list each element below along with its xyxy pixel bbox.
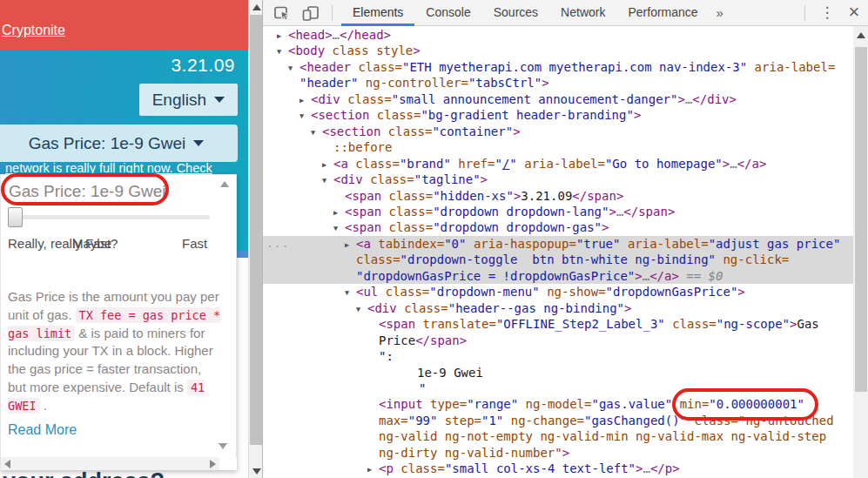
- dom-tree-line[interactable]: class="dropdown-toggle btn btn-white ng-…: [263, 252, 853, 267]
- read-more-link[interactable]: Read More: [8, 422, 77, 438]
- collapse-arrow-icon[interactable]: ▼: [288, 60, 299, 77]
- language-dropdown-button[interactable]: English: [139, 84, 238, 116]
- scrollbar-thumb[interactable]: [855, 47, 867, 392]
- token-attr: class=: [356, 252, 400, 266]
- dom-tree-line[interactable]: ng-valid ng-not-empty ng-valid-min ng-va…: [263, 428, 853, 444]
- overflow-dots-icon[interactable]: ...: [266, 236, 289, 252]
- collapse-arrow-icon[interactable]: ▼: [322, 172, 333, 189]
- dom-tree-line[interactable]: ▶<p class="small col-xs-4 text-left">…</…: [263, 461, 853, 476]
- token-val: "true": [576, 237, 621, 251]
- dom-tree-line[interactable]: ▼<section class="container">: [263, 124, 853, 139]
- token-val: "Go to homepage": [605, 157, 723, 171]
- gas-price-slider[interactable]: [8, 215, 210, 219]
- devtools-menu-icon[interactable]: ⋮: [818, 1, 837, 25]
- inspect-element-icon[interactable]: [273, 4, 293, 22]
- tab-performance[interactable]: Performance: [616, 0, 709, 26]
- device-toolbar-icon[interactable]: [301, 4, 320, 22]
- dom-tree-line[interactable]: ":: [263, 348, 853, 364]
- tab-elements[interactable]: Elements: [341, 0, 414, 26]
- token-tag: <section: [311, 108, 377, 122]
- caret-down-icon: [193, 140, 204, 146]
- more-tabs-icon[interactable]: »: [710, 0, 730, 26]
- dom-tree-line[interactable]: ▶<div class="small announcement annoucem…: [263, 91, 853, 107]
- scrollbar-down-icon[interactable]: [252, 468, 261, 475]
- dom-tree-line[interactable]: ▶<a class="brand" href="/" aria-label="G…: [263, 156, 853, 172]
- devtools-tabs: Elements Console Sources Network Perform…: [341, 0, 730, 26]
- dom-tree-line[interactable]: <span translate="OFFLINE_Step2_Label_3" …: [263, 316, 853, 332]
- scrollbar-up-icon[interactable]: [252, 4, 261, 10]
- token-val: "dropdownGasPrice": [606, 285, 738, 299]
- token-val: "1": [481, 414, 503, 428]
- slider-thumb[interactable]: [8, 207, 23, 227]
- gas-price-dropdown-button[interactable]: Gas Price: 1e-9 Gwei: [0, 125, 238, 162]
- token-tag: </span>: [623, 205, 675, 219]
- expand-arrow-icon[interactable]: ▶: [367, 461, 379, 478]
- panel-scroll-down-icon[interactable]: [219, 443, 227, 449]
- expand-arrow-icon[interactable]: ▶: [277, 28, 288, 44]
- dom-tree-line[interactable]: <span class="hidden-xs">3.21.09</span>: [263, 188, 853, 204]
- expand-arrow-icon[interactable]: ▶: [322, 157, 333, 173]
- tab-sources[interactable]: Sources: [482, 0, 549, 26]
- slider-label-max: Fast: [182, 236, 207, 251]
- token-attr: class=: [389, 205, 434, 219]
- dom-tree-line[interactable]: ...▶<a tabindex="0" aria-haspopup="true"…: [263, 236, 853, 252]
- dom-tree-line[interactable]: ng-dirty ng-valid-number">: [263, 445, 853, 461]
- expand-arrow-icon[interactable]: ▶: [333, 205, 345, 221]
- dom-tree-line[interactable]: "dropdownGasPrice = !dropdownGasPrice">……: [263, 268, 853, 284]
- dom-tree-line[interactable]: ▼<div class="tagline">: [263, 172, 853, 187]
- token-attr: class=: [355, 157, 400, 171]
- dom-tree-line[interactable]: ▼<ul class="dropdown-menu" ng-show="drop…: [263, 284, 853, 300]
- dom-tree-line[interactable]: Price</span>: [263, 333, 853, 348]
- token-tag: <p: [379, 461, 400, 475]
- token-tag: <ul: [356, 285, 386, 299]
- announcement-link[interactable]: network is really full right now. Check: [5, 161, 248, 175]
- dom-tree-line[interactable]: "header" ng-controller="tabsCtrl">: [263, 75, 853, 91]
- dom-tree-line[interactable]: ▼<div class="header--gas ng-binding">: [263, 300, 853, 316]
- dom-tree-line[interactable]: ::before: [263, 139, 853, 155]
- collapse-arrow-icon[interactable]: ▼: [311, 125, 322, 141]
- collapse-arrow-icon[interactable]: ▼: [345, 285, 356, 301]
- collapse-arrow-icon[interactable]: ▼: [333, 220, 345, 237]
- dom-tree-line[interactable]: ▼<body class style>: [263, 43, 853, 58]
- tab-console[interactable]: Console: [414, 0, 481, 26]
- devtools-scrollbar[interactable]: [853, 26, 868, 478]
- token-attr: max=: [379, 414, 408, 428]
- token-tag: >: [790, 317, 797, 331]
- brand-link[interactable]: Cryptonite: [2, 23, 65, 38]
- dom-tree-line[interactable]: <input type="range" ng-model="gas.value"…: [263, 396, 853, 412]
- expand-arrow-icon[interactable]: ▶: [299, 92, 311, 109]
- collapse-arrow-icon[interactable]: ▼: [277, 44, 288, 60]
- token-attr: class=: [389, 189, 434, 203]
- description-text: .: [40, 398, 47, 413]
- panel-horizontal-scrollbar[interactable]: [1, 457, 219, 470]
- tab-network[interactable]: Network: [549, 0, 616, 26]
- devtools-close-icon[interactable]: ×: [843, 0, 865, 25]
- dom-tree-line[interactable]: ": [263, 380, 853, 396]
- panel-scroll-up-icon[interactable]: [220, 181, 229, 187]
- screenshot-root: Cryptonite 3.21.09 English Gas Price: 1e…: [0, 0, 868, 478]
- token-val: "ng-scope": [717, 317, 790, 331]
- scroll-left-icon[interactable]: [4, 460, 10, 468]
- dom-tree-line[interactable]: ▼<span class="dropdown dropdown-gas">: [263, 219, 853, 235]
- dom-tree-line[interactable]: ▼<header class="ETH myetherapi.com myeth…: [263, 59, 853, 75]
- expand-arrow-icon[interactable]: ▶: [345, 237, 356, 253]
- scrollbar-up-icon[interactable]: [857, 32, 865, 38]
- dom-tree-line[interactable]: max="99" step="1" ng-change="gasChanged(…: [263, 413, 853, 428]
- token-val: ": [509, 157, 516, 171]
- scrollbar-thumb[interactable]: [250, 15, 262, 445]
- token-attr: class=: [370, 172, 414, 186]
- token-tag: </span>: [572, 189, 623, 203]
- collapse-arrow-icon[interactable]: ▼: [356, 301, 367, 318]
- dom-tree-line[interactable]: ▶<head>…</head>: [263, 27, 853, 43]
- token-tag: <head>: [288, 28, 333, 42]
- dom-tree-line[interactable]: 1e-9 Gwei: [263, 365, 853, 380]
- dom-tree-line[interactable]: ▼<section class="bg-gradient header-bran…: [263, 107, 853, 123]
- token-text: ": [419, 381, 426, 395]
- scroll-right-icon[interactable]: [210, 460, 216, 468]
- token-val: "dropdown-menu": [429, 285, 539, 299]
- token-val: ": [495, 157, 501, 171]
- browser-scrollbar[interactable]: [248, 0, 262, 478]
- dom-tree-line[interactable]: ▶<span class="dropdown dropdown-lang">…<…: [263, 204, 853, 219]
- devtools-toolbar: Elements Console Sources Network Perform…: [263, 0, 868, 26]
- collapse-arrow-icon[interactable]: ▼: [299, 108, 311, 125]
